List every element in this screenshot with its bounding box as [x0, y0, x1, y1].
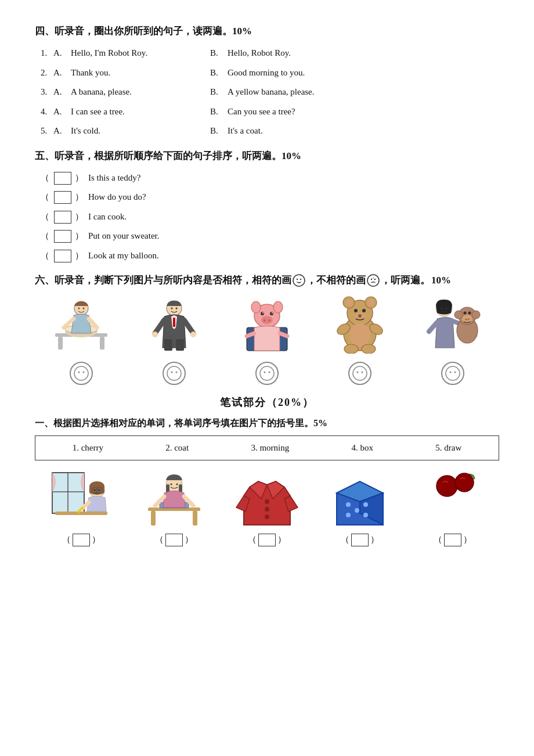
svg-point-67 [362, 371, 363, 373]
svg-point-107 [171, 483, 172, 485]
svg-point-66 [357, 371, 359, 373]
svg-line-24 [155, 320, 164, 333]
answer-face-2[interactable] [163, 362, 186, 385]
answer-face-5[interactable] [441, 362, 464, 385]
svg-point-3 [367, 275, 379, 286]
section6-image-1 [41, 296, 122, 385]
svg-point-65 [353, 366, 367, 380]
svg-rect-22 [164, 339, 172, 351]
svg-rect-100 [193, 511, 197, 525]
section6: 六、听录音，判断下列图片与所听内容是否相符，相符的画 ，不相符的画 ，听两遍。 … [35, 272, 499, 384]
svg-point-118 [436, 476, 457, 496]
svg-point-80 [466, 318, 467, 320]
svg-point-19 [83, 371, 85, 373]
svg-point-28 [171, 307, 173, 309]
svg-point-26 [152, 332, 158, 337]
section6-image-2 [134, 296, 215, 385]
written1-bracket-4: （ ） [319, 534, 400, 546]
svg-point-38 [261, 316, 273, 324]
svg-point-15 [78, 307, 80, 309]
order-bracket[interactable] [54, 230, 71, 243]
written1-image-5 [412, 470, 493, 528]
order-bracket[interactable] [54, 191, 71, 204]
order-bracket[interactable] [54, 211, 71, 224]
svg-point-94 [99, 489, 100, 491]
svg-point-2 [300, 279, 301, 280]
section4-title: 四、听录音，圈出你所听到的句子，读两遍。10% [35, 23, 499, 39]
svg-rect-8 [58, 337, 63, 350]
svg-point-36 [251, 301, 261, 313]
written1-bracket-3: （ ） [226, 534, 308, 546]
svg-line-45 [247, 333, 254, 336]
svg-point-43 [262, 312, 264, 314]
section5-list: （ ） Is this a teddy? （ ） How do you do? … [41, 171, 499, 264]
svg-point-110 [265, 507, 269, 512]
section6-image-4 [319, 296, 400, 385]
written1-images [35, 470, 499, 528]
written1-image-4 [319, 470, 400, 528]
svg-point-116 [346, 513, 351, 517]
vocab-item-1: 1. cherry [73, 443, 103, 453]
svg-point-37 [273, 301, 283, 313]
svg-point-109 [265, 499, 269, 504]
svg-point-76 [472, 311, 480, 319]
girl-cooking-icon [49, 296, 113, 354]
svg-point-78 [464, 311, 467, 314]
svg-point-70 [446, 307, 448, 309]
written1-image-3 [226, 470, 308, 528]
written-section1: 一、根据图片选择相对应的单词，将单词序号填在图片下的括号里。5% 1. cher… [35, 417, 499, 546]
written1-bracket-2: （ ） [134, 534, 215, 546]
table-row: 2. A. Thank you. B. Good morning to you. [41, 66, 499, 81]
man-suit-icon [142, 296, 206, 354]
svg-point-27 [190, 332, 196, 337]
girl-drawing-icon [49, 470, 113, 528]
svg-point-108 [176, 483, 178, 485]
svg-rect-21 [173, 318, 175, 327]
order-bracket[interactable] [54, 172, 71, 185]
answer-face-4[interactable] [348, 362, 371, 385]
svg-line-25 [184, 320, 193, 333]
order-bracket[interactable] [54, 250, 71, 262]
written1-image-1 [41, 470, 122, 528]
svg-point-30 [167, 366, 181, 380]
svg-line-46 [280, 333, 287, 336]
svg-point-32 [176, 371, 178, 373]
svg-point-56 [354, 309, 358, 312]
written1-title: 一、根据图片选择相对应的单词，将单词序号填在图片下的括号里。5% [35, 417, 499, 430]
svg-point-55 [367, 299, 374, 306]
svg-point-111 [265, 514, 269, 519]
answer-face-3[interactable] [255, 362, 279, 385]
svg-rect-88 [55, 512, 107, 515]
svg-line-71 [429, 322, 437, 332]
section6-image-3 [226, 296, 308, 385]
girl-desk-icon [142, 470, 206, 528]
svg-point-93 [94, 489, 96, 491]
svg-point-69 [441, 307, 443, 309]
svg-point-16 [83, 307, 85, 309]
answer-face-1[interactable] [70, 362, 93, 385]
svg-point-17 [74, 366, 88, 380]
svg-point-41 [261, 312, 264, 315]
section6-images [35, 296, 499, 385]
coat-icon [235, 470, 299, 528]
written1-bracket-5: （ ） [412, 534, 493, 546]
svg-point-18 [78, 371, 80, 373]
section5: 五、听录音，根据所听顺序给下面的句子排序，听两遍。10% （ ） Is this… [35, 148, 499, 264]
section6-image-5 [412, 296, 493, 385]
list-item: （ ） Look at my balloon. [41, 249, 499, 264]
svg-point-49 [269, 371, 270, 373]
svg-point-47 [260, 366, 274, 380]
section4: 四、听录音，圈出你所听到的句子，读两遍。10% 1. A. Hello, I'm… [35, 23, 499, 139]
teddy-bear-icon [328, 296, 392, 354]
svg-point-42 [270, 312, 273, 315]
list-item: （ ） How do you do? [41, 190, 499, 205]
svg-point-59 [358, 314, 362, 318]
svg-point-48 [264, 371, 266, 373]
vocab-item-2: 2. coat [165, 443, 189, 453]
svg-rect-99 [151, 511, 156, 525]
svg-point-75 [454, 311, 463, 319]
table-row: 4. A. I can see a tree. B. Can you see a… [41, 105, 499, 120]
vocab-item-4: 4. box [352, 443, 374, 453]
girl-with-monkey-icon [421, 296, 485, 354]
written-section-title: 笔试部分（20%） [35, 395, 499, 409]
